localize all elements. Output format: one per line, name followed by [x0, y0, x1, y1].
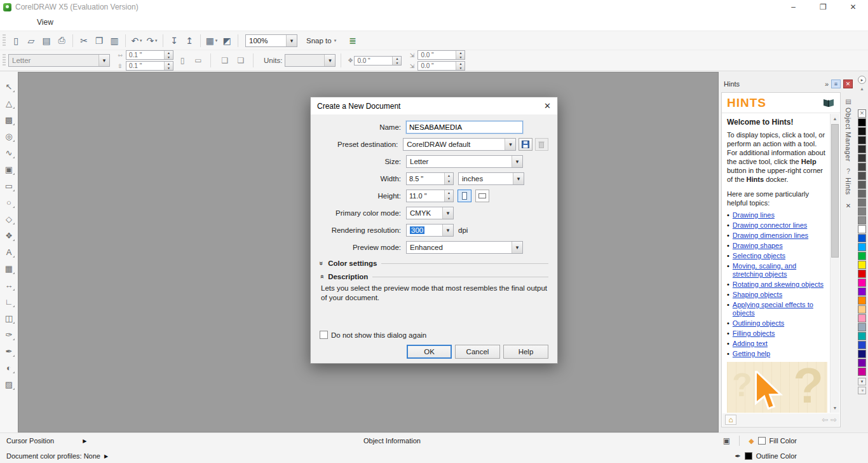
print-document-icon[interactable]: ⎙: [54, 33, 69, 48]
size-select[interactable]: Letter: [406, 155, 523, 168]
eyedropper-tool-icon[interactable]: ✑: [2, 328, 16, 342]
palette-swatch[interactable]: [858, 261, 866, 269]
snap-to-button[interactable]: Snap to ▾: [306, 37, 336, 45]
dialog-titlebar[interactable]: Create a New Document ✕: [311, 97, 557, 114]
landscape-button[interactable]: [475, 190, 489, 202]
delete-preset-button[interactable]: [535, 138, 548, 151]
crop-tool-icon[interactable]: ▩: [2, 113, 16, 127]
freehand-tool-icon[interactable]: ∿: [2, 146, 16, 160]
palette-swatch[interactable]: [858, 243, 866, 251]
scroll-down-icon[interactable]: ▼: [831, 403, 839, 413]
palette-flyout-icon[interactable]: ▸: [858, 76, 866, 84]
basic-shapes-tool-icon[interactable]: ❖: [2, 228, 16, 242]
color-settings-section-toggle[interactable]: » Color settings: [320, 259, 548, 267]
paper-width-input[interactable]: 0.1 ": [126, 50, 173, 60]
palette-swatch[interactable]: [858, 216, 866, 225]
palette-swatch[interactable]: [858, 359, 866, 367]
width-units-select[interactable]: inches: [458, 172, 524, 185]
maximize-button[interactable]: ❐: [808, 0, 838, 14]
palette-swatch[interactable]: [858, 305, 866, 314]
all-pages-icon[interactable]: ❑: [218, 53, 232, 67]
topic-link-text[interactable]: Applying special effects to objects: [733, 301, 827, 317]
palette-swatch[interactable]: [858, 296, 866, 305]
topic-link-text[interactable]: Drawing connector lines: [733, 221, 807, 230]
options-icon[interactable]: ≣: [345, 33, 360, 48]
hint-topic-link[interactable]: •Adding text: [727, 340, 827, 348]
cut-icon[interactable]: ✂: [76, 33, 92, 48]
hint-topic-link[interactable]: •Drawing lines: [727, 211, 827, 219]
current-page-icon[interactable]: ❏: [234, 53, 248, 67]
primary-color-mode-select[interactable]: CMYK: [406, 207, 454, 219]
minimize-button[interactable]: –: [778, 0, 808, 14]
zoom-level-select[interactable]: 100%: [245, 34, 297, 47]
hint-topic-link[interactable]: •Filling objects: [727, 329, 827, 338]
close-button[interactable]: ✕: [838, 0, 868, 14]
units-select[interactable]: [285, 54, 336, 67]
palette-swatch[interactable]: [858, 225, 866, 233]
hints-home-icon[interactable]: ⌂: [725, 415, 736, 425]
nudge-distance-input[interactable]: 0.0 ": [354, 56, 402, 66]
fill-color-swatch[interactable]: [758, 437, 766, 445]
topic-link-text[interactable]: Drawing lines: [733, 211, 775, 219]
toolbar-grip[interactable]: [3, 34, 6, 47]
width-input[interactable]: 8.5 ": [406, 172, 454, 185]
palette-swatch[interactable]: [858, 350, 866, 358]
palette-swatch[interactable]: [858, 163, 866, 171]
palette-swatch[interactable]: [858, 207, 866, 216]
color-profiles-flyout-icon[interactable]: ▶: [104, 453, 108, 459]
connector-tool-icon[interactable]: ∟: [2, 294, 16, 308]
hint-topic-link[interactable]: •Getting help: [727, 350, 827, 358]
polygon-tool-icon[interactable]: ◇: [2, 212, 16, 226]
dimension-tool-icon[interactable]: ↔: [2, 278, 16, 292]
hints-forward-icon[interactable]: ⇨: [831, 415, 837, 424]
duplicate-x-spinner[interactable]: [456, 51, 465, 59]
tab-object-manager[interactable]: ▤ Object Manager: [844, 95, 852, 165]
tab-hints[interactable]: ? Hints: [844, 165, 852, 198]
palette-swatch[interactable]: [858, 323, 866, 331]
height-input[interactable]: 11.0 ": [406, 190, 454, 202]
description-section-toggle[interactable]: » Description: [320, 273, 548, 280]
docker-collapse-icon[interactable]: ≡: [831, 79, 841, 88]
do-not-show-checkbox[interactable]: [320, 331, 328, 339]
outline-color-swatch[interactable]: [745, 452, 752, 460]
cancel-button[interactable]: Cancel: [455, 345, 500, 359]
topic-link-text[interactable]: Rotating and skewing objects: [733, 280, 824, 289]
topic-link-text[interactable]: Selecting objects: [733, 252, 785, 260]
palette-swatch[interactable]: [858, 341, 866, 349]
palette-swatch[interactable]: [858, 270, 866, 278]
no-color-swatch[interactable]: ✕: [858, 109, 866, 118]
palette-scroll-up-icon[interactable]: ▲: [860, 86, 864, 92]
paste-icon[interactable]: ▥: [107, 33, 122, 48]
topic-link-text[interactable]: Filling objects: [733, 329, 775, 338]
hint-topic-link[interactable]: •Outlining objects: [727, 319, 827, 328]
new-document-icon[interactable]: ▯: [8, 33, 24, 48]
hint-topic-link[interactable]: •Shaping objects: [727, 291, 827, 299]
palette-swatch[interactable]: [858, 118, 866, 127]
palette-swatch[interactable]: [858, 145, 866, 153]
palette-expand-icon[interactable]: »: [858, 387, 866, 394]
hint-topic-link[interactable]: •Applying special effects to objects: [727, 301, 827, 317]
smart-fill-tool-icon[interactable]: ▣: [2, 162, 16, 176]
palette-swatch[interactable]: [858, 314, 866, 322]
copy-icon[interactable]: ❐: [92, 33, 107, 48]
table-tool-icon[interactable]: ▦: [2, 261, 16, 275]
undo-icon[interactable]: ↶▾: [129, 33, 144, 48]
hint-topic-link[interactable]: •Drawing shapes: [727, 242, 827, 250]
shape-tool-icon[interactable]: △: [2, 96, 16, 110]
palette-scroll-down-icon[interactable]: ▾: [858, 378, 866, 385]
palette-swatch[interactable]: [858, 234, 866, 242]
property-bar-grip[interactable]: [3, 54, 6, 67]
height-spinner[interactable]: [444, 190, 453, 202]
duplicate-y-input[interactable]: 0.0 ": [417, 61, 465, 71]
paper-height-input[interactable]: 0.1 ": [126, 61, 173, 71]
redo-icon[interactable]: ↷▾: [144, 33, 159, 48]
palette-swatch[interactable]: [858, 198, 866, 207]
outline-pen-tool-icon[interactable]: ✒: [2, 344, 16, 358]
pick-tool-icon[interactable]: ↖: [2, 79, 16, 93]
hint-topic-link[interactable]: •Moving, scaling, and stretching objects: [727, 262, 827, 279]
blend-tool-icon[interactable]: ◫: [2, 311, 16, 325]
save-document-icon[interactable]: ▤: [39, 33, 54, 48]
landscape-orientation-icon[interactable]: ▭: [191, 53, 205, 67]
palette-swatch[interactable]: [858, 332, 866, 340]
palette-swatch[interactable]: [858, 181, 866, 189]
